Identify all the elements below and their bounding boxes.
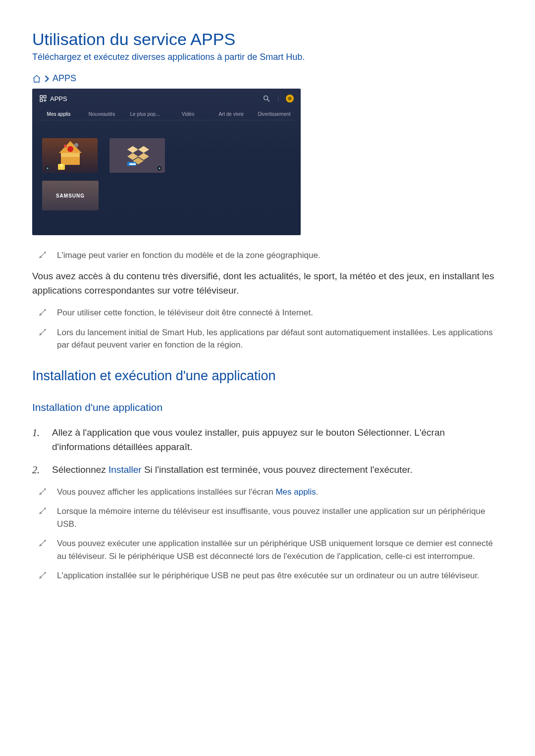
list-item: 2. Sélectionnez Installer Si l'installat…: [32, 462, 503, 478]
apps-tabs: Mes applis Nouveautés Le plus pop... Vid…: [37, 108, 296, 120]
apps-panel-title: APPS: [50, 95, 67, 102]
settings-icon[interactable]: [286, 95, 294, 102]
svg-marker-14: [138, 146, 149, 153]
steps-list: 1. Allez à l'application que vous voulez…: [32, 425, 503, 478]
svg-rect-1: [44, 96, 46, 98]
tab-le-plus-pop[interactable]: Le plus pop...: [123, 108, 166, 120]
step-number: 2.: [32, 462, 43, 478]
svg-point-4: [289, 98, 290, 99]
app-tile[interactable]: [42, 138, 98, 173]
svg-point-12: [60, 164, 63, 167]
breadcrumb: APPS: [32, 73, 503, 84]
tab-divertissement[interactable]: Divertissement: [253, 108, 296, 120]
dropbox-icon: [127, 146, 149, 166]
note-item: Vous pouvez afficher les applications in…: [38, 486, 503, 499]
svg-rect-6: [61, 153, 80, 157]
note-icon: [38, 328, 47, 337]
note-item: Lorsque la mémoire interne du téléviseur…: [38, 505, 503, 530]
step-number: 1.: [32, 425, 43, 454]
note-item: Lors du lancement initial de Smart Hub, …: [38, 326, 503, 352]
gift-icon: [57, 141, 84, 170]
note-icon: [38, 506, 47, 515]
section-heading: Installation et exécution d'une applicat…: [32, 368, 503, 384]
breadcrumb-apps: APPS: [53, 73, 76, 84]
svg-point-8: [67, 146, 73, 152]
home-icon: [32, 74, 41, 83]
page-subtitle: Téléchargez et exécutez diverses applica…: [32, 52, 503, 62]
tab-art-de-vivre[interactable]: Art de vivre: [210, 108, 253, 120]
note-icon: [38, 308, 47, 317]
page-title: Utilisation du service APPS: [32, 30, 503, 49]
samsung-tile[interactable]: SAMSUNG: [42, 181, 99, 210]
note-item: L'application installée sur le périphéri…: [38, 569, 503, 582]
note-icon: [38, 251, 47, 259]
tab-video[interactable]: Vidéo: [166, 108, 210, 120]
list-item: 1. Allez à l'application que vous voulez…: [32, 425, 503, 454]
note-icon: [38, 539, 47, 548]
note-item: L'image peut varier en fonction du modèl…: [38, 249, 503, 262]
svg-rect-2: [40, 99, 43, 101]
subsection-heading: Installation d'une application: [32, 402, 503, 413]
note-item: Pour utiliser cette fonction, le télévis…: [38, 306, 503, 319]
svg-rect-0: [40, 96, 43, 98]
tab-nouveautes[interactable]: Nouveautés: [80, 108, 123, 120]
body-paragraph: Vous avez accès à du contenu très divers…: [32, 269, 503, 298]
note-item: Vous pouvez exécuter une application ins…: [38, 537, 503, 562]
tab-mes-applis[interactable]: Mes applis: [37, 108, 80, 120]
svg-point-3: [264, 96, 268, 100]
svg-point-10: [64, 145, 67, 148]
app-tile[interactable]: [109, 138, 165, 173]
apps-icon: [39, 95, 47, 102]
installer-link: Installer: [108, 464, 142, 475]
note-icon: [38, 571, 47, 580]
svg-marker-13: [127, 146, 138, 153]
chevron-right-icon: [44, 75, 50, 82]
note-icon: [38, 487, 47, 496]
mes-applis-link: Mes applis: [275, 487, 316, 497]
svg-point-9: [74, 143, 78, 147]
search-icon[interactable]: [263, 95, 270, 102]
apps-panel-screenshot: APPS | Mes applis Nouveautés Le plus pop…: [32, 89, 301, 235]
